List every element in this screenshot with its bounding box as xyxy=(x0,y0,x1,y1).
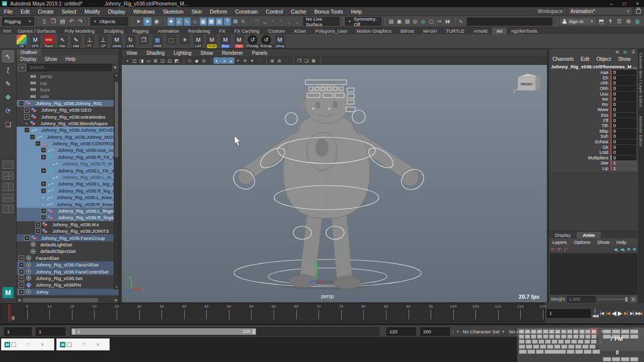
shelf-button-rand[interactable]: RNDRand xyxy=(42,35,55,48)
channel-attribute-mbp[interactable]: Mbp0 xyxy=(549,129,638,134)
viewport-toolbar-icon[interactable]: ⊕ xyxy=(269,57,276,64)
modeling-toolkit-icon[interactable] xyxy=(597,18,605,26)
outliner-item-johnny-rig-v036-blendshapes[interactable]: •Johnny_Rig_v036:Blendshapes xyxy=(17,120,119,127)
tree-expander-plus[interactable]: + xyxy=(41,154,46,160)
shelf-button-hier[interactable]: ⇖Hier xyxy=(56,35,69,48)
curve-tool-icon[interactable] xyxy=(254,18,261,26)
humanik-icon[interactable] xyxy=(606,18,614,26)
outliner-item-johnny-rig-v036-extranodes[interactable]: +Johnny_Rig_v036:extraNodes xyxy=(17,113,119,120)
channel-attribute-aaa[interactable]: Aaa0 xyxy=(549,70,638,75)
range-slider-range[interactable]: 1 120 xyxy=(71,328,256,335)
outliner-item-defaultobjectset[interactable]: defaultObjectSet xyxy=(17,248,119,254)
workspace-lock-icon[interactable] xyxy=(636,9,641,14)
selection-mask-selector[interactable]: ▼ Objects xyxy=(91,17,128,26)
channel-attribute-value[interactable]: 0 xyxy=(610,97,636,102)
scale-tool-icon[interactable] xyxy=(2,118,14,130)
viewport-toolbar-icon[interactable]: ▭ xyxy=(145,57,152,64)
character-set-selector[interactable]: No Character Set ▼ xyxy=(462,329,505,334)
channel-attribute-schwa[interactable]: Schwa0 xyxy=(549,139,638,145)
shelf-button-blue[interactable]: MBlue xyxy=(219,35,232,48)
scroll-right-icon[interactable]: ▶ xyxy=(114,297,119,303)
outliner-item-johnny-rig-v036-set[interactable]: +Johnny_Rig_v036:Set xyxy=(17,275,119,282)
move-layer-up-icon[interactable]: ◀₁ xyxy=(613,247,618,252)
tab-channel-box-layer-editor[interactable]: Channel Box / Layer Editor xyxy=(638,49,643,112)
channel-attribute-value[interactable]: 0 xyxy=(610,80,636,85)
four-pane-layout-button[interactable] xyxy=(3,171,14,180)
outliner-item-johnny-rig-v036-facegroup[interactable]: +Johnny_Rig_v036:FaceGroup xyxy=(17,234,119,241)
tree-expander-plus[interactable]: + xyxy=(19,282,24,288)
outliner-item-johnny-rig-v036-l-leg-con[interactable]: +Johnny_Rig_v036:L_leg_con xyxy=(17,180,119,187)
viewport-toolbar-icon[interactable]: ✦ xyxy=(249,57,256,64)
viewport-toolbar-icon[interactable]: ❏ xyxy=(303,57,310,64)
outliner-item-johnny-rig-v036-r-fk-wrist-offset1[interactable]: +Johnny_Rig_v036:R_FK_wrist_offset1 xyxy=(17,154,119,160)
channel-attribute-value[interactable]: 0 xyxy=(610,155,636,160)
outliner-item-johnny-rig-v036-r-knee-con[interactable]: •Johnny_Rig_v036:R_knee_con xyxy=(17,201,119,207)
layer-editor-menu-options[interactable]: Options xyxy=(571,239,594,245)
shelf-button-joints[interactable]: MJoints xyxy=(110,35,123,48)
tree-expander-dot[interactable]: • xyxy=(41,195,45,200)
viewport-toolbar-icon[interactable]: · xyxy=(256,57,263,64)
chevron-down-icon[interactable]: ▼ xyxy=(113,65,117,70)
weight-field[interactable]: 1.000 xyxy=(567,296,596,303)
curve-tool-icon[interactable] xyxy=(270,18,277,26)
range-start-handle[interactable] xyxy=(71,328,76,335)
maximize-icon[interactable]: □ xyxy=(83,342,85,347)
outliner-tab[interactable]: Outliner xyxy=(17,49,119,55)
shelf-tab-arnold[interactable]: Arnold xyxy=(469,28,492,34)
outliner-item-johnny-rig-v036-r-finger-controls[interactable]: +Johnny_Rig_v036:R_finger_controls xyxy=(17,214,119,221)
close-icon[interactable]: × xyxy=(41,342,44,347)
menu-cache[interactable]: Cache xyxy=(287,9,310,15)
scroll-down-icon[interactable]: ▼ xyxy=(114,285,119,290)
viewport-toolbar-icon[interactable]: ◱ xyxy=(166,57,173,64)
outliner-item-johnny-rig-v036-l-finger-controls[interactable]: +Johnny_Rig_v036:L_finger_controls xyxy=(17,208,119,214)
shelf-button-red[interactable]: MRed xyxy=(232,35,246,48)
play-forwards-button[interactable]: ▶ xyxy=(617,310,622,317)
menu-file[interactable]: File xyxy=(0,9,17,15)
channel-attribute-value[interactable]: 0 xyxy=(610,102,636,107)
go-to-start-button[interactable]: |◀◀ xyxy=(592,308,598,318)
chevron-down-icon[interactable]: ▼ xyxy=(456,330,459,333)
new-scene-icon[interactable] xyxy=(40,18,48,26)
create-override-layer-icon[interactable]: 1⁺ xyxy=(564,247,569,252)
single-pane-layout-button[interactable] xyxy=(3,160,14,169)
viewport-toolbar-icon[interactable]: ◫ xyxy=(131,57,138,64)
hypershade-icon[interactable] xyxy=(412,18,419,26)
menu-select[interactable]: Select xyxy=(58,9,80,15)
weight-key-button[interactable]: K xyxy=(630,296,636,302)
outliner-menu-show[interactable]: Show xyxy=(41,56,61,62)
display-toggle-icon[interactable] xyxy=(622,49,628,55)
render-icon[interactable] xyxy=(387,18,394,26)
outliner-item-johnny-rig-v036-johnny-mover[interactable]: −Johnny_Rig_v036:Johnny_MOVER xyxy=(17,127,119,133)
tree-expander-plus[interactable]: + xyxy=(35,222,41,227)
channel-attribute-gk[interactable]: Gk0 xyxy=(549,144,638,150)
outliner-item-johnny-rig-v036-facecontrolset[interactable]: +Johnny_Rig_v036:FaceControlSet xyxy=(17,268,119,275)
manipulator-icon[interactable] xyxy=(630,49,636,55)
shelf-button-icon-12[interactable]: ✳ xyxy=(178,35,191,48)
outliner-item-johnny-rig-v036-root-con[interactable]: +Johnny_Rig_v036:root_con xyxy=(17,147,119,153)
outliner-menu-help[interactable]: Help xyxy=(62,56,79,62)
tree-expander-plus[interactable]: + xyxy=(24,114,30,120)
shelf-button-hist[interactable]: ✎Hist xyxy=(69,35,83,48)
channel-attribute-value[interactable]: 0 xyxy=(610,145,636,150)
snap-to-point-icon[interactable] xyxy=(184,18,191,26)
channel-attribute-ahh[interactable]: Ahh0 xyxy=(549,80,638,86)
channel-attribute-fff[interactable]: Fff0 xyxy=(549,118,638,123)
shelf-tab-motion-graphics[interactable]: Motion Graphics xyxy=(352,28,396,34)
next-key-button[interactable]: ▶| xyxy=(623,311,628,316)
tree-expander-plus[interactable]: + xyxy=(41,215,46,220)
tree-expander-minus[interactable]: − xyxy=(35,141,41,146)
pause-icon[interactable] xyxy=(444,18,451,26)
select-by-name-icon[interactable] xyxy=(458,18,465,26)
menu-display[interactable]: Display xyxy=(104,9,129,15)
menu-skin[interactable]: Skin xyxy=(188,9,206,15)
viewport-menu-shading[interactable]: Shading xyxy=(142,50,170,56)
outliner-item-johnny-rig-v036-faceallset[interactable]: +Johnny_Rig_v036:FaceAllSet xyxy=(17,261,119,268)
channel-attribute-value[interactable]: 0 xyxy=(610,123,636,128)
shelf-button-iksnap[interactable]: ↺IKSnap xyxy=(260,35,273,48)
outliner-filter-icon[interactable]: ⊡ xyxy=(18,64,26,71)
outliner-item-defaultlightset[interactable]: defaultLightSet xyxy=(17,241,119,248)
outliner-item-faceallset[interactable]: +FaceAllSet xyxy=(17,255,119,261)
rotate-tool-icon[interactable] xyxy=(2,105,14,117)
maximize-icon[interactable]: □ xyxy=(27,342,30,347)
cut-icon[interactable] xyxy=(436,18,443,26)
